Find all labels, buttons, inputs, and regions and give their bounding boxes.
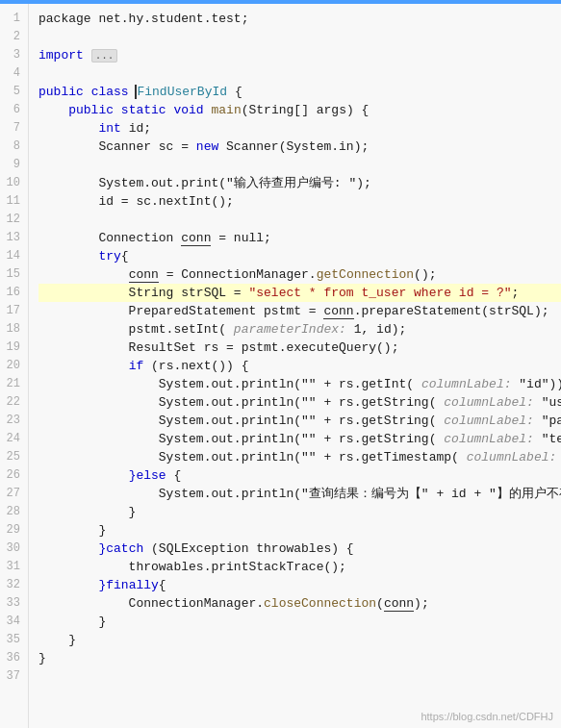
code-text: PreparedStatement pstmt = xyxy=(38,304,323,318)
code-line: public static void main(String[] args) { xyxy=(38,101,561,119)
line-number: 22 xyxy=(6,393,20,412)
code-text xyxy=(114,103,121,117)
code-text: package net.hy.student.test; xyxy=(38,12,248,26)
line-number: 19 xyxy=(6,339,20,357)
code-text: { xyxy=(166,468,182,483)
collapse-indicator[interactable]: ... xyxy=(91,49,118,63)
line-number: 31 xyxy=(6,558,20,576)
keyword: int xyxy=(98,121,120,136)
line-number: 21 xyxy=(6,375,20,393)
code-line: throwables.printStackTrace(); xyxy=(38,558,561,576)
code-text: Scanner(System.in); xyxy=(218,139,369,154)
code-text xyxy=(38,103,68,117)
line-number: 23 xyxy=(6,412,20,430)
code-line: }finally{ xyxy=(38,576,561,594)
code-text: } xyxy=(38,651,46,665)
code-text: (rs.next()) { xyxy=(143,359,248,373)
code-text xyxy=(38,541,98,556)
code-line: } xyxy=(38,503,561,521)
line-number: 36 xyxy=(6,649,20,667)
variable: conn xyxy=(181,231,211,246)
line-number: 26 xyxy=(6,466,20,485)
code-text: String strSQL = xyxy=(38,286,248,300)
code-text: } xyxy=(38,615,106,629)
keyword: }catch xyxy=(98,541,143,556)
line-number: 2 xyxy=(6,28,20,46)
code-line: Connection conn = null; xyxy=(38,229,561,247)
line-number: 28 xyxy=(6,503,20,521)
keyword: static xyxy=(121,103,166,117)
param-hint: columnLabel: xyxy=(421,377,512,391)
code-text: System.out.println("" + rs.getTimestamp( xyxy=(38,450,467,464)
code-line xyxy=(38,211,561,229)
code-line: PreparedStatement pstmt = conn.prepareSt… xyxy=(38,302,561,320)
code-text: "teleph xyxy=(534,432,561,446)
code-line xyxy=(38,64,561,83)
code-text: "reg xyxy=(556,450,561,464)
code-line: }catch (SQLException throwables) { xyxy=(38,540,561,558)
code-line: System.out.println("" + rs.getString( co… xyxy=(38,412,561,430)
line-number: 29 xyxy=(6,521,20,540)
keyword: if xyxy=(129,359,144,373)
code-line: } xyxy=(38,521,561,540)
code-text: ConnectionManager. xyxy=(38,596,264,611)
code-text: pstmt.setInt( xyxy=(38,322,234,337)
code-text: (String[] args) { xyxy=(242,103,370,117)
code-line: System.out.println("" + rs.getTimestamp(… xyxy=(38,448,561,466)
code-text xyxy=(38,359,129,373)
code-text: (SQLException throwables) { xyxy=(143,541,353,556)
line-number: 9 xyxy=(6,156,20,174)
code-text: .prepareStatement(strSQL); xyxy=(354,304,549,318)
code-line xyxy=(38,156,561,174)
watermark: https://blog.csdn.net/CDFHJ xyxy=(421,711,553,722)
line-number: 4 xyxy=(6,64,20,83)
line-number: 32 xyxy=(6,576,20,594)
code-content[interactable]: package net.hy.student.test; import ... … xyxy=(29,4,561,728)
code-text xyxy=(38,249,98,264)
code-line: } xyxy=(38,631,561,649)
method-name: getConnection xyxy=(317,267,414,282)
code-line: package net.hy.student.test; xyxy=(38,10,561,28)
code-text xyxy=(84,85,91,99)
line-number: 17 xyxy=(6,302,20,320)
code-text: } xyxy=(38,505,136,519)
line-number: 14 xyxy=(6,247,20,265)
code-text: ; xyxy=(511,286,519,300)
code-text: "userna xyxy=(534,395,561,410)
code-text: ); xyxy=(414,596,429,611)
code-text xyxy=(38,267,129,282)
keyword: public xyxy=(38,85,84,99)
code-text xyxy=(204,103,212,117)
method-name: main xyxy=(212,103,242,117)
line-number: 20 xyxy=(6,357,20,375)
code-line: String strSQL = "select * from t_user wh… xyxy=(38,284,561,302)
keyword: class xyxy=(91,85,129,99)
code-line xyxy=(38,28,561,46)
code-text: System.out.println("" + rs.getInt( xyxy=(38,377,421,391)
code-text: throwables.printStackTrace(); xyxy=(38,560,346,574)
code-text: } xyxy=(38,633,76,647)
code-line: if (rs.next()) { xyxy=(38,357,561,375)
code-line: System.out.print("输入待查用户编号: "); xyxy=(38,174,561,192)
code-text xyxy=(38,468,129,483)
code-line: Scanner sc = new Scanner(System.in); xyxy=(38,138,561,156)
code-text: = null; xyxy=(211,231,270,245)
code-line: conn = ConnectionManager.getConnection()… xyxy=(38,265,561,284)
code-text: Scanner sc = xyxy=(38,139,196,154)
code-text xyxy=(38,578,98,592)
code-text: ( xyxy=(376,596,384,611)
line-number: 11 xyxy=(6,192,20,211)
code-line: System.out.println("" + rs.getInt( colum… xyxy=(38,375,561,393)
code-text: { xyxy=(227,85,242,99)
line-number: 24 xyxy=(6,430,20,448)
code-text: System.out.println("" + rs.getString( xyxy=(38,395,444,410)
code-text: = ConnectionManager. xyxy=(159,267,317,282)
code-text: { xyxy=(159,578,166,592)
line-number: 25 xyxy=(6,448,20,466)
param-hint: columnLabel: xyxy=(444,414,534,428)
method-name: closeConnection xyxy=(264,596,376,611)
line-number: 27 xyxy=(6,485,20,503)
editor-container: 1234567891011121314151617181920212223242… xyxy=(0,0,561,728)
code-line: } xyxy=(38,613,561,631)
code-line: System.out.println("" + rs.getString( co… xyxy=(38,393,561,412)
